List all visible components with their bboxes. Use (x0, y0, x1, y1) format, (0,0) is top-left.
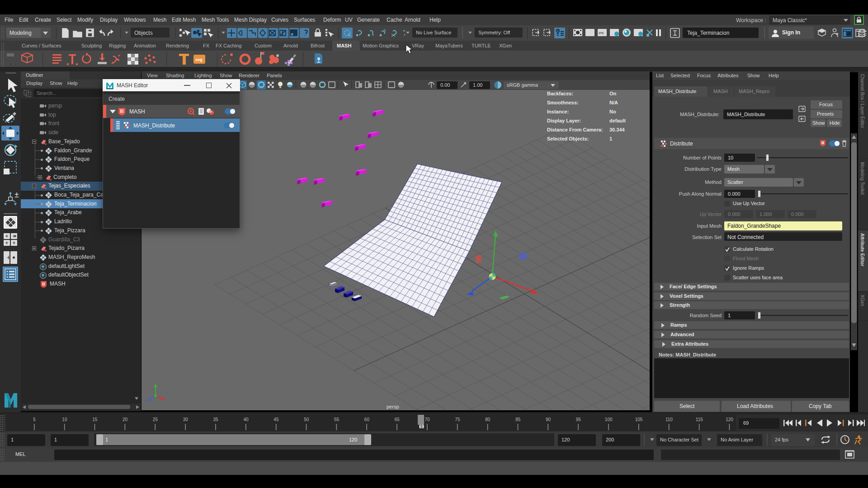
svg-text:20: 20 (123, 417, 128, 422)
svg-text:25: 25 (153, 417, 158, 422)
svg-text:75: 75 (455, 417, 460, 422)
svg-text:55: 55 (334, 417, 340, 422)
svg-text:5: 5 (33, 417, 36, 422)
svg-text:85: 85 (515, 417, 521, 422)
svg-text:40: 40 (243, 417, 249, 422)
svg-text:45: 45 (274, 417, 279, 422)
svg-text:50: 50 (304, 417, 309, 422)
svg-text:115: 115 (696, 417, 703, 422)
svg-text:svg: svg (195, 57, 203, 62)
svg-text:105: 105 (635, 417, 643, 422)
svg-text:10: 10 (62, 417, 67, 422)
svg-text:IPR: IPR (599, 32, 604, 35)
svg-text:70: 70 (425, 417, 430, 422)
svg-text:80: 80 (485, 417, 491, 422)
svg-text:30: 30 (183, 417, 189, 422)
svg-text:35: 35 (213, 417, 219, 422)
svg-text:100: 100 (605, 417, 613, 422)
svg-text:95: 95 (576, 417, 581, 422)
svg-text:120: 120 (726, 417, 733, 422)
svg-text:60: 60 (364, 417, 370, 422)
svg-text:110: 110 (665, 417, 673, 422)
svg-text:15: 15 (92, 417, 98, 422)
svg-text:65: 65 (395, 417, 400, 422)
svg-text:90: 90 (546, 417, 551, 422)
